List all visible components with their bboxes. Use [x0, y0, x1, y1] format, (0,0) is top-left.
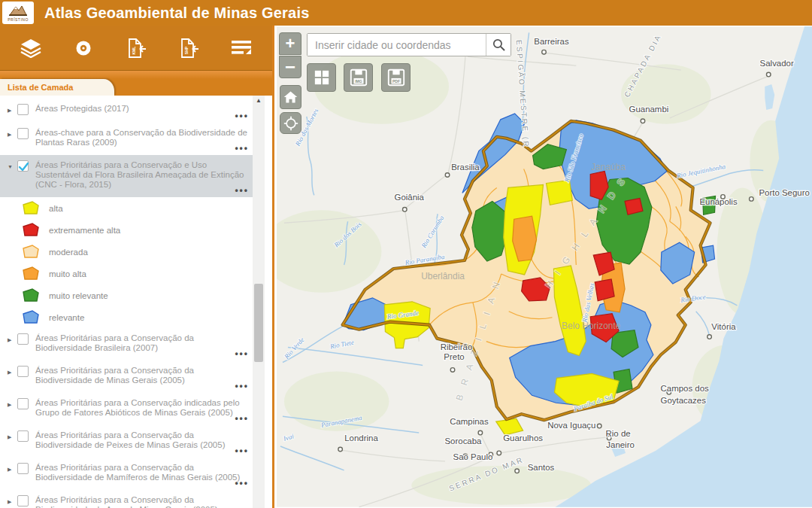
- toolbar-strip: [0, 71, 272, 79]
- atlas-app: PRÍSTINO Atlas Geoambiental de Minas Ger…: [0, 0, 812, 508]
- city-marker: [497, 451, 501, 455]
- pristino-logo[interactable]: PRÍSTINO: [2, 2, 34, 24]
- map-canvas[interactable]: CHAPADA DIAESPIGÃO MESTRE (RSERRA DO MAR…: [277, 26, 812, 508]
- layer-options-menu[interactable]: •••: [235, 143, 249, 154]
- svg-text:SHP: SHP: [184, 46, 189, 54]
- expand-caret-icon[interactable]: ▶: [8, 432, 17, 442]
- expand-caret-icon[interactable]: ▶: [8, 129, 17, 139]
- layer-options-menu[interactable]: •••: [235, 478, 249, 488]
- layer-options-menu[interactable]: •••: [235, 413, 249, 424]
- city-marker: [402, 208, 407, 212]
- layer-checkbox[interactable]: [17, 366, 29, 377]
- layer-row-2[interactable]: ▼Áreas Prioritárias para a Conservação e…: [0, 155, 259, 197]
- expand-caret-icon[interactable]: ▶: [8, 367, 17, 377]
- home-button[interactable]: [280, 85, 301, 109]
- layer-label: Áreas Prioritárias para a Conservação da…: [35, 495, 253, 508]
- city-label: Porto Seguro: [759, 188, 809, 197]
- legend-label: moderada: [49, 248, 88, 257]
- zoom-in-button[interactable]: +: [279, 32, 301, 55]
- tab-label: Lista de Camada: [0, 79, 114, 96]
- layer-options-menu[interactable]: •••: [235, 111, 249, 121]
- priority-region-alta[interactable]: [546, 180, 572, 205]
- layer-checkbox[interactable]: [17, 430, 29, 442]
- city-label: Ribeirão: [441, 342, 473, 351]
- scrollbar-thumb[interactable]: [254, 284, 263, 362]
- priority-region-extremamente-alta[interactable]: [595, 279, 614, 301]
- city-label: Campos dos: [661, 384, 709, 393]
- page-title: Atlas Geoambiental de Minas Gerais: [44, 5, 309, 22]
- toolbar-button-record[interactable]: [67, 33, 100, 63]
- search-icon: [492, 38, 506, 52]
- floppy-pdf-icon: PDF: [386, 68, 406, 87]
- city-label: Janeiro: [606, 440, 635, 449]
- expand-caret-icon[interactable]: ▶: [8, 497, 17, 506]
- layer-checkbox[interactable]: [17, 398, 29, 409]
- legend-label: muito alta: [49, 269, 86, 278]
- layer-options-menu[interactable]: •••: [235, 381, 249, 391]
- scrollbar-track[interactable]: ▲: [253, 96, 265, 508]
- city-label: Belo Horizonte: [562, 321, 621, 331]
- check-icon: [18, 162, 29, 172]
- layer-label: Áreas Protegidas (2017): [35, 104, 253, 114]
- legend-label: muito relevante: [49, 291, 108, 300]
- collapse-caret-icon[interactable]: ▼: [8, 162, 17, 172]
- layer-row-6[interactable]: ▶Áreas Prioritárias para a Conservação d…: [0, 425, 259, 458]
- logo-text: PRÍSTINO: [8, 17, 29, 22]
- tab-lista-de-camada[interactable]: Lista de Camada: [0, 79, 114, 96]
- toolbar-button-menu-list[interactable]: [225, 33, 258, 63]
- layer-checkbox[interactable]: [17, 160, 29, 172]
- menu-list-icon: [230, 38, 253, 58]
- city-marker: [445, 173, 450, 178]
- search-button[interactable]: [486, 34, 511, 56]
- city-label: Goiânia: [395, 193, 425, 202]
- legend-item-muito-relevante: muito relevante: [0, 284, 272, 306]
- scrollbar-up-arrow[interactable]: ▲: [255, 97, 262, 105]
- city-label: Barreiras: [534, 37, 569, 46]
- layer-row-0[interactable]: ▶Áreas Protegidas (2017)•••: [0, 99, 259, 123]
- layer-row-1[interactable]: ▶Áreas-chave para a Conservação da Biodi…: [0, 123, 259, 155]
- grid-icon: [314, 69, 330, 86]
- city-marker: [450, 368, 455, 373]
- city-label: Vitória: [711, 322, 736, 331]
- locate-button[interactable]: [280, 112, 301, 134]
- city-marker: [750, 197, 754, 202]
- record-icon: [72, 38, 95, 58]
- layer-options-menu[interactable]: •••: [235, 446, 249, 456]
- save-pdf-button[interactable]: PDF: [381, 63, 411, 92]
- layer-checkbox[interactable]: [17, 333, 29, 345]
- toolbar-button-layers[interactable]: [14, 33, 47, 63]
- layer-row-8[interactable]: ▶Áreas Prioritárias para a Conservação d…: [0, 490, 259, 508]
- expand-caret-icon[interactable]: ▶: [8, 464, 17, 474]
- mountain-logo-icon: [8, 5, 28, 17]
- basemap-gallery-button[interactable]: [307, 63, 336, 92]
- layer-row-4[interactable]: ▶Áreas Prioritárias para a Conservação d…: [0, 360, 259, 393]
- expand-caret-icon[interactable]: ▶: [8, 335, 17, 345]
- search-input[interactable]: [308, 34, 486, 56]
- legend-item-moderada: moderada: [0, 241, 272, 263]
- toolbar-button-import-kml[interactable]: KML: [120, 33, 153, 63]
- zoom-out-button[interactable]: −: [279, 56, 301, 78]
- layer-options-menu[interactable]: •••: [235, 348, 249, 359]
- priority-region-muito-alta[interactable]: [513, 216, 537, 261]
- layer-row-5[interactable]: ▶Áreas Prioritárias para a Conservação i…: [0, 393, 259, 425]
- legend-swatch-muito-relevante: [23, 288, 40, 303]
- layer-checkbox[interactable]: [17, 128, 29, 139]
- layer-options-menu[interactable]: •••: [235, 185, 249, 196]
- layer-rows: ▶Áreas Protegidas (2017)•••▶Áreas-chave …: [0, 99, 272, 508]
- city-label: Guanambi: [629, 105, 669, 114]
- toolbar-button-import-shp[interactable]: SHP: [172, 33, 205, 63]
- city-label: Salvador: [760, 59, 794, 68]
- save-img-button[interactable]: IMG: [344, 63, 373, 92]
- layer-checkbox[interactable]: [17, 104, 29, 115]
- layer-row-7[interactable]: ▶Áreas Prioritárias para a Conservação d…: [0, 458, 259, 490]
- layer-checkbox[interactable]: [17, 495, 29, 506]
- expand-caret-icon[interactable]: ▶: [8, 400, 17, 409]
- expand-caret-icon[interactable]: ▶: [8, 105, 17, 115]
- city-marker: [515, 469, 520, 473]
- layer-checkbox[interactable]: [17, 463, 29, 474]
- city-marker: [597, 424, 601, 428]
- city-label: Santos: [528, 463, 555, 472]
- layer-row-3[interactable]: ▶Áreas Prioritárias para a Conservação d…: [0, 328, 259, 360]
- city-belo-horizonte: Belo Horizonte: [562, 321, 621, 331]
- tab-row: Lista de Camada: [0, 79, 272, 96]
